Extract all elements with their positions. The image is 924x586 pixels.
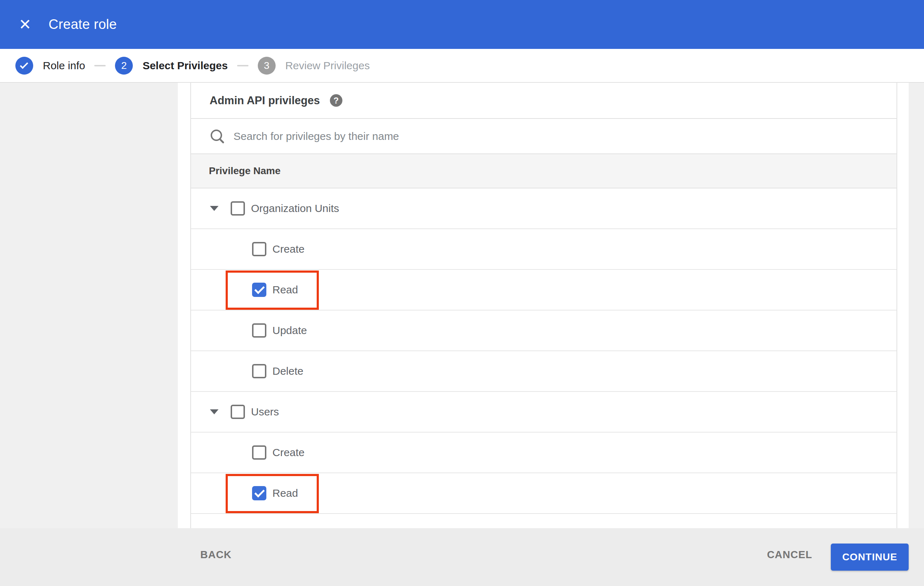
step-review-privileges[interactable]: 3 Review Privileges (258, 57, 370, 74)
privilege-row-users: Users (191, 392, 896, 433)
step-number-badge: 2 (115, 57, 133, 74)
help-icon[interactable]: ? (330, 94, 342, 107)
stepper: Role info 2 Select Privileges 3 Review P… (0, 49, 924, 83)
privilege-label: Delete (272, 365, 304, 377)
search-bar (191, 119, 896, 154)
section-title: Admin API privileges (210, 94, 320, 107)
step-role-info[interactable]: Role info (15, 57, 85, 74)
checkbox[interactable] (231, 405, 245, 419)
search-input[interactable] (234, 130, 896, 142)
table-header-label: Privilege Name (209, 165, 280, 177)
privilege-label: Read (272, 487, 298, 499)
step-select-privileges[interactable]: 2 Select Privileges (115, 57, 228, 74)
step-label: Role info (43, 59, 85, 72)
step-connector (237, 65, 249, 66)
close-icon[interactable]: ✕ (17, 17, 33, 33)
checkbox[interactable] (252, 323, 266, 337)
create-role-dialog: ✕ Create role Role info 2 Select Privile… (0, 0, 924, 586)
checkbox[interactable] (252, 242, 266, 256)
privilege-row-delete: Delete (191, 351, 896, 392)
back-button[interactable]: BACK (200, 549, 232, 561)
privilege-row-create: Create (191, 229, 896, 270)
checked-checkbox[interactable] (252, 283, 266, 297)
step-label: Review Privileges (285, 59, 370, 72)
checkbox[interactable] (252, 445, 266, 460)
privilege-rows: Organization UnitsCreateReadUpdateDelete… (191, 188, 896, 514)
step-connector (94, 65, 106, 66)
privilege-label: Read (272, 284, 298, 296)
privilege-row-create: Create (191, 433, 896, 473)
expand-arrow-icon[interactable] (210, 206, 218, 211)
privileges-panel: Admin API privileges ? Privilege Name Or… (190, 83, 897, 528)
step-complete-icon (15, 57, 33, 74)
privilege-row-read: Read (191, 473, 896, 514)
section-header: Admin API privileges ? (191, 83, 896, 119)
privilege-label: Update (272, 324, 307, 337)
checkbox[interactable] (231, 201, 245, 216)
page-title: Create role (49, 17, 117, 32)
checkbox[interactable] (252, 364, 266, 378)
privilege-label: Users (251, 406, 279, 418)
privileges-card: Admin API privileges ? Privilege Name Or… (178, 83, 909, 528)
privilege-row-organization-units: Organization Units (191, 188, 896, 229)
step-number-badge: 3 (258, 57, 276, 74)
cancel-button[interactable]: CANCEL (767, 549, 812, 561)
expand-arrow-icon[interactable] (210, 409, 218, 414)
continue-button[interactable]: CONTINUE (831, 543, 909, 571)
table-header-row: Privilege Name (191, 154, 896, 188)
privilege-row-update: Update (191, 311, 896, 351)
checkmark-icon (20, 61, 28, 69)
step-label: Select Privileges (142, 59, 228, 72)
search-icon (210, 128, 225, 144)
app-bar: ✕ Create role (0, 0, 924, 49)
privilege-label: Create (272, 243, 305, 255)
privilege-label: Organization Units (251, 202, 339, 214)
checked-checkbox[interactable] (252, 486, 266, 500)
privilege-row-read: Read (191, 270, 896, 311)
privilege-label: Create (272, 446, 305, 459)
